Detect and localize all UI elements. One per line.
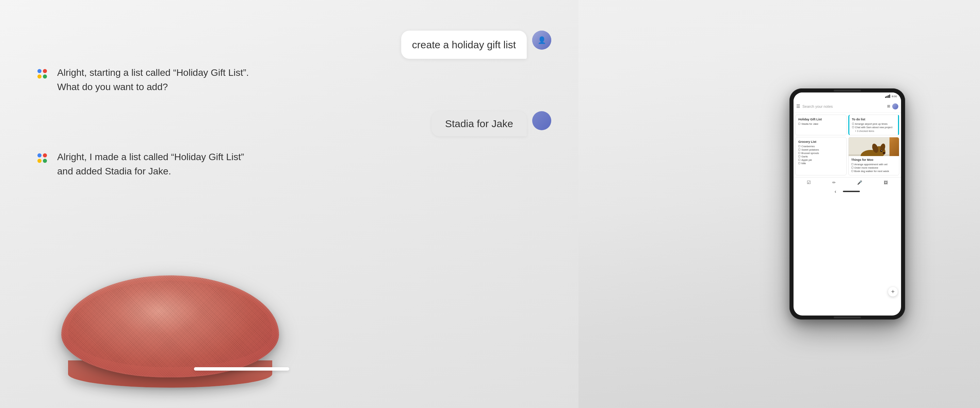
checkbox-sweet-potatoes [798,149,800,151]
back-button[interactable]: ‹ [835,189,837,194]
note-todo-list[interactable]: To do list Arrange airport pick up times… [848,114,900,135]
note-item-chat-sam: Chat with Sam about new project [852,126,897,129]
note-things-for-moo[interactable]: Things for Moo Arrange appointment with … [848,137,900,175]
signal-bar-2 [886,96,888,98]
google-dots-grid-2 [37,153,47,163]
time-display: 8:00 [891,95,897,98]
chat-area: create a holiday gift list 👤 Alright, st… [0,0,579,408]
google-assistant-icon [34,66,50,82]
assistant-response-1-container: Alright, starting a list called “Holiday… [34,66,551,94]
google-home-mini-speaker [34,265,306,394]
note-item-medicine: Order more medicine [851,166,897,169]
dot-yellow [37,75,41,79]
checkbox-dog-walker [851,170,853,172]
checkbox-apple-pie [798,159,800,161]
assistant-message-1-text: Alright, starting a list called “Holiday… [57,66,249,94]
hamburger-menu-icon[interactable]: ☰ [796,104,800,109]
toolbar-mic-icon[interactable]: 🎤 [857,180,862,185]
dot-yellow-2 [37,159,41,163]
note-item-cranberries: Cranberries [798,145,843,148]
dot-green-2 [43,159,47,163]
assistant-message-2-text: Alright, I made a list called “Holiday G… [57,150,244,178]
note-item-garlic: Garlic [798,155,843,158]
toolbar-pen-icon[interactable]: ✏ [832,180,836,185]
home-indicator[interactable] [843,191,860,192]
search-input-label[interactable]: Search your notes [802,105,885,108]
user-bubble-1: create a holiday gift list [401,30,527,59]
more-items-label: + 3 checked items [852,130,897,132]
note-title-todo: To do list [852,117,897,121]
note-title-holiday: Holiday Gift List [798,117,843,121]
note-item-sweet-potatoes: Sweet potatoes [798,148,843,151]
dog-photo [849,137,899,156]
nav-bar: ‹ [794,187,901,195]
dot-red-2 [43,153,47,157]
fab-add-button[interactable]: + [888,287,898,297]
todo-stripe [898,115,899,135]
things-for-moo-content: Things for Moo Arrange appointment with … [849,156,899,175]
dot-blue [37,69,41,73]
status-bar: 8:00 [794,92,901,100]
note-item-milk: Milk [798,162,843,165]
dog-svg [849,137,889,156]
dot-green [43,75,47,79]
stadia-bubble: Stadia for Jake [431,111,527,137]
user-avatar: 👤 [532,30,551,50]
notes-grid: Holiday Gift List Stadia for Jake To do … [794,113,901,177]
toolbar-image-icon[interactable]: 🖼 [884,180,888,185]
checkbox-cranberries [798,145,800,147]
phone-frame: 8:00 ☰ Search your notes ⊞ Holiday Gift … [789,88,905,320]
battery-level: 8:00 [891,95,897,98]
signal-bar-4 [889,95,890,98]
user-avatar-2 [532,111,551,130]
status-bar-right: 8:00 [885,95,897,98]
phone-screen: 8:00 ☰ Search your notes ⊞ Holiday Gift … [794,92,901,316]
user-message-2-text: Stadia for Jake [445,118,513,129]
phone-top-speaker [834,90,861,92]
signal-icon [885,95,890,98]
note-item-stadia: Stadia for Jake [798,122,843,125]
checkbox-airport [852,123,854,125]
note-item-apple-pie: Apple pie [798,159,843,162]
checkbox-stadia [798,123,800,125]
toolbar-checklist-icon[interactable]: ☑ [807,180,811,185]
speaker-cable [194,367,289,371]
search-right-controls: ⊞ [887,103,898,110]
phone-bottom-speaker [834,316,861,318]
avatar-initials: 👤 [532,30,551,50]
checkbox-vet [851,163,853,165]
svg-point-9 [883,152,885,154]
note-item-brussel-sprouts: Brussel sprouts [798,152,843,155]
user-profile-icon[interactable] [892,103,898,110]
signal-bar-3 [888,95,889,98]
note-grocery-list[interactable]: Grocery List Cranberries Sweet potatoes … [795,137,846,175]
note-item-airport: Arrange airport pick up times [852,122,897,125]
note-holiday-gift-list[interactable]: Holiday Gift List Stadia for Jake [795,114,846,135]
bottom-toolbar: ☑ ✏ 🎤 🖼 [794,177,901,187]
phone-container: 8:00 ☰ Search your notes ⊞ Holiday Gift … [789,7,905,401]
checkbox-medicine [851,167,853,169]
svg-point-7 [880,150,882,152]
checkbox-brussel [798,152,800,154]
checkbox-milk [798,162,800,164]
note-item-vet: Arrange appointment with vet [851,163,897,166]
dot-red [43,69,47,73]
dot-blue-2 [37,153,41,157]
google-assistant-icon-2 [34,150,50,166]
user-message-1-text: create a holiday gift list [412,39,516,50]
note-title-moo: Things for Moo [851,158,897,162]
checkbox-sam [852,126,854,128]
fab-plus-icon: + [891,289,895,295]
note-item-dog-walker: Book dog walker for next week [851,170,897,173]
note-title-grocery: Grocery List [798,140,843,143]
search-bar[interactable]: ☰ Search your notes ⊞ [794,100,901,113]
checkbox-garlic [798,156,800,157]
signal-bar-1 [885,97,886,98]
assistant-response-2-container: Alright, I made a list called “Holiday G… [34,150,551,178]
google-dots-grid [37,69,47,79]
svg-point-8 [881,150,882,151]
user-message-2-container: Stadia for Jake [27,111,551,137]
speaker-body [61,275,279,378]
user-message-1-container: create a holiday gift list 👤 [27,30,551,59]
grid-view-icon[interactable]: ⊞ [887,104,890,108]
